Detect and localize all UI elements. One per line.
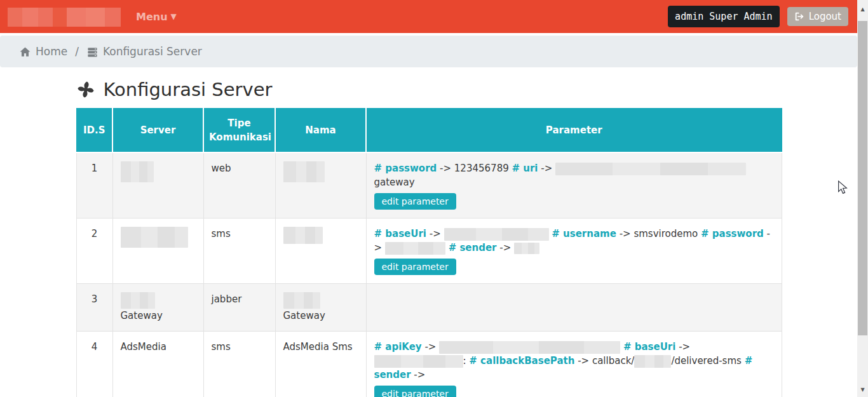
column-header-server: Server xyxy=(112,108,203,152)
scrollbar-up-arrow-icon[interactable]: ▲ xyxy=(857,4,868,14)
scrollbar-thumb[interactable] xyxy=(858,21,867,335)
redacted-text xyxy=(121,292,155,309)
breadcrumb-home-label: Home xyxy=(36,45,67,58)
edit-parameter-button[interactable]: edit parameter xyxy=(374,193,456,210)
breadcrumb: Home / Konfigurasi Server xyxy=(0,36,857,67)
param-key: # callbackBasePath xyxy=(469,355,574,367)
redacted-text xyxy=(555,163,746,175)
edit-parameter-button[interactable]: edit parameter xyxy=(374,259,456,275)
menu-label: Menu xyxy=(136,11,168,23)
table-row: 3GatewayjabberGateway xyxy=(76,284,782,332)
server-icon xyxy=(86,46,98,58)
user-badge: admin Super Admin xyxy=(668,6,780,27)
param-key: # sender xyxy=(449,242,497,253)
redacted-text xyxy=(283,227,323,244)
redacted-text xyxy=(374,355,463,368)
cell-parameter: # apiKey -> # baseUri -> : # callbackBas… xyxy=(366,332,782,397)
param-key: # uri xyxy=(512,163,538,174)
redacted-text xyxy=(439,341,620,354)
cell-nama: AdsMedia Sms xyxy=(275,332,366,397)
table-header: ID.SServerTipe KomunikasiNamaParameter xyxy=(76,108,782,152)
fan-icon xyxy=(76,80,95,99)
cell-nama: Gateway xyxy=(275,284,366,332)
parameter-text: # password -> 123456789 # uri -> gateway xyxy=(374,161,774,189)
logout-button[interactable]: Logout xyxy=(787,7,848,26)
parameter-text: # apiKey -> # baseUri -> : # callbackBas… xyxy=(374,340,774,382)
logout-icon xyxy=(794,11,804,22)
navbar-right: admin Super Admin Logout xyxy=(668,6,848,27)
logout-label: Logout xyxy=(809,11,841,22)
param-key: # password xyxy=(374,163,437,174)
cell-id: 3 xyxy=(76,284,112,332)
home-icon xyxy=(19,46,31,58)
page-title: Konfigurasi Server xyxy=(76,77,782,102)
cell-id: 2 xyxy=(76,219,112,284)
redacted-text xyxy=(634,355,671,368)
cell-server xyxy=(112,152,203,219)
cell-tipe-komunikasi: sms xyxy=(203,219,275,284)
column-header-tipe-komunikasi: Tipe Komunikasi xyxy=(203,108,275,152)
cell-nama xyxy=(275,219,366,284)
breadcrumb-home-link[interactable]: Home xyxy=(19,45,67,58)
param-key: # baseUri xyxy=(374,228,426,239)
cell-parameter: # baseUri -> # username -> smsvirodemo #… xyxy=(366,219,782,284)
breadcrumb-separator: / xyxy=(75,45,79,58)
cell-server: Gateway xyxy=(112,284,203,332)
cell-server xyxy=(112,219,203,284)
cell-server: AdsMedia xyxy=(112,332,203,397)
table-row: 4AdsMediasmsAdsMedia Sms# apiKey -> # ba… xyxy=(76,332,782,397)
param-key: # password xyxy=(701,228,764,239)
cell-id: 4 xyxy=(76,332,112,397)
server-config-table: ID.SServerTipe KomunikasiNamaParameter 1… xyxy=(76,108,782,397)
param-key: # baseUri xyxy=(623,341,675,353)
menu-dropdown[interactable]: Menu ▼ xyxy=(136,11,177,23)
redacted-text xyxy=(283,292,320,309)
cell-tipe-komunikasi: jabber xyxy=(203,284,275,332)
table-row: 2sms# baseUri -> # username -> smsvirode… xyxy=(76,219,782,284)
page-title-text: Konfigurasi Server xyxy=(104,77,273,102)
app-window: Menu ▼ admin Super Admin Logout Ho xyxy=(0,0,857,397)
redacted-text xyxy=(121,227,188,248)
column-header-parameter: Parameter xyxy=(366,108,782,152)
redacted-text xyxy=(444,228,549,241)
redacted-text xyxy=(514,243,539,254)
parameter-text: # baseUri -> # username -> smsvirodemo #… xyxy=(374,227,774,255)
cell-id: 1 xyxy=(76,152,112,219)
redacted-text xyxy=(121,161,154,182)
cell-nama xyxy=(275,152,366,219)
breadcrumb-current: Konfigurasi Server xyxy=(86,45,202,58)
vertical-scrollbar[interactable]: ▲ ▼ xyxy=(857,0,868,397)
breadcrumb-current-label: Konfigurasi Server xyxy=(103,45,202,58)
column-header-id-s: ID.S xyxy=(76,108,112,152)
chevron-down-icon: ▼ xyxy=(171,12,177,21)
cell-parameter xyxy=(366,284,782,332)
main-content: Konfigurasi Server ID.SServerTipe Komuni… xyxy=(76,77,782,397)
param-key: # apiKey xyxy=(374,341,422,353)
cell-tipe-komunikasi: web xyxy=(203,152,275,219)
cell-parameter: # password -> 123456789 # uri -> gateway… xyxy=(366,152,782,219)
table-row: 1web# password -> 123456789 # uri -> gat… xyxy=(76,152,782,219)
redacted-text xyxy=(283,161,325,182)
redacted-text xyxy=(385,242,445,255)
top-navbar: Menu ▼ admin Super Admin Logout xyxy=(0,0,857,33)
param-key: # username xyxy=(552,228,616,239)
app-logo-redacted xyxy=(8,8,121,27)
column-header-nama: Nama xyxy=(275,108,366,152)
cell-tipe-komunikasi: sms xyxy=(203,332,275,397)
scrollbar-down-arrow-icon[interactable]: ▼ xyxy=(857,384,868,394)
edit-parameter-button[interactable]: edit parameter xyxy=(374,386,456,397)
